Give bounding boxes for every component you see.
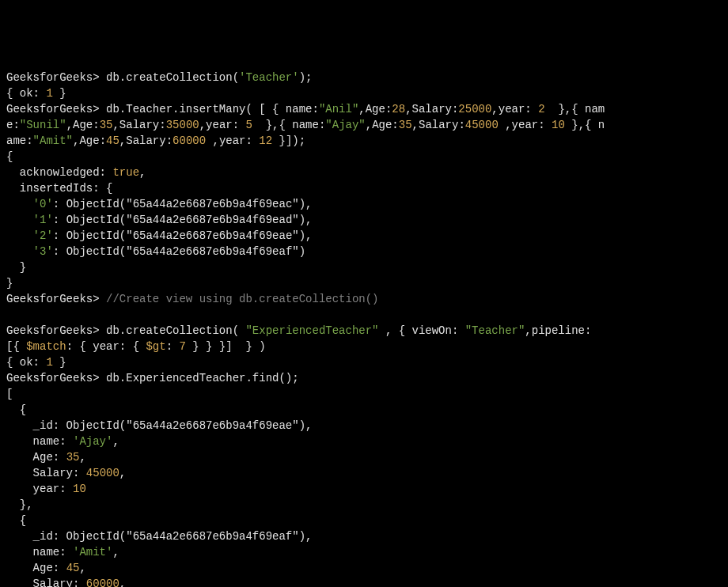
object-key: '1' <box>33 214 53 226</box>
string-literal: "Anil" <box>319 103 358 116</box>
output-field: insertedIds: { <box>6 182 112 195</box>
number-literal: 45000 <box>86 467 119 479</box>
command-text: : <box>166 340 180 353</box>
boolean-literal: true <box>112 166 139 179</box>
command-text: db.Teacher.insertMany( [ { name: <box>106 103 319 116</box>
command-text: ,Age: <box>73 134 106 147</box>
output-text: } <box>53 87 66 100</box>
objectid-value: : ObjectId("65a44a2e6687e6b9a4f69ead"), <box>53 214 313 226</box>
output-field: Salary: <box>6 578 86 587</box>
prompt: GeeksforGeeks> <box>6 372 100 384</box>
number-literal: 7 <box>180 340 186 353</box>
prompt: GeeksforGeeks> <box>6 103 100 116</box>
number-literal: 12 <box>259 134 272 147</box>
output-brace: { <box>6 403 26 416</box>
comment-text: //Create view using db.createCollection(… <box>106 293 378 305</box>
output-text: , <box>139 166 146 179</box>
output-brace: }, <box>6 498 33 511</box>
number-literal: 25000 <box>458 103 491 116</box>
command-text: ,year: <box>499 119 552 131</box>
command-text: , { viewOn: <box>379 324 465 337</box>
output-text: , <box>119 578 126 587</box>
number-literal: 5 <box>246 119 252 131</box>
command-text: db.ExperiencedTeacher.find(); <box>106 372 299 384</box>
output-text: { ok: <box>6 87 46 100</box>
prompt: GeeksforGeeks> <box>6 293 100 305</box>
number-literal: 45 <box>106 134 119 147</box>
object-key: '2' <box>33 229 53 242</box>
objectid-value: : ObjectId("65a44a2e6687e6b9a4f69eac"), <box>53 198 313 210</box>
command-text: ,Age: <box>358 103 392 116</box>
command-text: },{ nam <box>545 103 605 116</box>
number-literal: 60000 <box>86 578 119 587</box>
string-literal: "Teacher" <box>465 324 525 337</box>
operator: $gt <box>146 340 165 353</box>
number-literal: 45 <box>66 562 80 574</box>
output-text: { ok: <box>6 356 46 369</box>
number-literal: 28 <box>392 103 405 116</box>
command-text: ,Salary: <box>112 119 165 131</box>
number-literal: 45000 <box>465 119 499 131</box>
terminal-output: GeeksforGeeks> db.createCollection('Teac… <box>6 70 722 587</box>
number-literal: 1 <box>46 356 52 369</box>
output-field: Age: <box>6 451 66 464</box>
command-text: ,Salary: <box>119 134 173 147</box>
command-text: : { year: { <box>66 340 146 353</box>
output-brace: { <box>6 150 13 163</box>
output-brace: { <box>6 514 26 527</box>
output-field: name: <box>6 435 73 448</box>
command-text: ame: <box>6 134 33 147</box>
command-text: ,Salary: <box>405 103 458 116</box>
output-field: year: <box>6 483 73 495</box>
output-field: _id: ObjectId("65a44a2e6687e6b9a4f69eaf"… <box>6 530 312 543</box>
output-field: Salary: <box>6 467 86 479</box>
number-literal: 35 <box>399 119 412 131</box>
command-text: ,year: <box>199 119 246 131</box>
command-text: db.createCollection( <box>106 324 245 337</box>
string-literal: "Ajay" <box>325 119 365 131</box>
output-text: , <box>119 467 126 479</box>
operator: $match <box>26 340 66 353</box>
command-text: },{ n <box>565 119 605 131</box>
prompt: GeeksforGeeks> <box>6 71 100 84</box>
output-field: Age: <box>6 562 66 574</box>
number-literal: 10 <box>73 483 86 495</box>
command-text: ,pipeline: <box>525 324 591 337</box>
number-literal: 1 <box>46 87 52 100</box>
output-brace: } <box>6 261 26 274</box>
string-literal: 'Teacher' <box>239 71 299 84</box>
output-field: name: <box>6 546 73 559</box>
number-literal: 35 <box>100 119 113 131</box>
command-text: ,Age: <box>66 119 100 131</box>
output-text: , <box>79 451 85 464</box>
command-text: },{ name: <box>252 119 325 131</box>
command-text: ,year: <box>206 134 259 147</box>
command-text: }]); <box>272 134 305 147</box>
output-text: , <box>112 435 119 448</box>
command-text: ,Age: <box>366 119 399 131</box>
string-literal: "Amit" <box>33 134 73 147</box>
command-text: } } }] } ) <box>186 340 266 353</box>
output-text: , <box>112 546 119 559</box>
object-key: '3' <box>33 245 53 258</box>
object-key: '0' <box>33 198 53 210</box>
command-text: ); <box>299 71 313 84</box>
output-text: } <box>53 356 66 369</box>
objectid-value: : ObjectId("65a44a2e6687e6b9a4f69eaf") <box>53 245 305 258</box>
command-text: [{ <box>6 340 26 353</box>
output-bracket: [ <box>6 388 13 400</box>
string-literal: 'Ajay' <box>73 435 112 448</box>
string-literal: 'Amit' <box>73 546 112 559</box>
number-literal: 35000 <box>166 119 199 131</box>
number-literal: 10 <box>552 119 565 131</box>
objectid-value: : ObjectId("65a44a2e6687e6b9a4f69eae"), <box>53 229 313 242</box>
output-field: _id: ObjectId("65a44a2e6687e6b9a4f69eae"… <box>6 419 312 432</box>
output-text: , <box>79 562 85 574</box>
output-field: acknowledged: <box>6 166 112 179</box>
number-literal: 60000 <box>173 134 206 147</box>
number-literal: 2 <box>538 103 544 116</box>
command-text: ,year: <box>491 103 538 116</box>
prompt: GeeksforGeeks> <box>6 324 100 337</box>
string-literal: "Sunil" <box>20 119 66 131</box>
command-text: e: <box>6 119 20 131</box>
